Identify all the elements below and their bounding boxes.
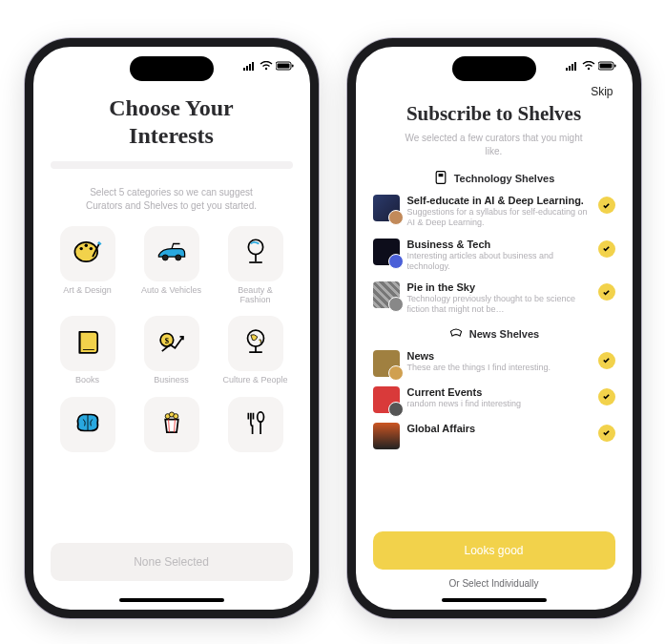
svg-text:$: $ (164, 336, 169, 345)
svg-point-26 (587, 68, 589, 70)
svg-rect-29 (614, 65, 616, 68)
looks-good-button[interactable]: Looks good (373, 531, 615, 570)
shelf-title: Self-educate in AI & Deep Learning. (407, 195, 591, 206)
svg-point-20 (173, 413, 177, 418)
notch (130, 56, 214, 81)
check-icon[interactable] (598, 425, 615, 442)
category-label: Auto & Vehicles (141, 285, 201, 295)
progress-bar (51, 161, 293, 169)
shelf-thumb (373, 423, 400, 449)
screen-left: Choose Your Interests Select 5 categorie… (33, 87, 310, 610)
category-grid: Art & Design Auto & Vehicles Beauty & Fa… (51, 226, 293, 456)
svg-point-11 (89, 246, 92, 249)
section-header-news: News Shelves (373, 325, 615, 343)
check-icon[interactable] (598, 197, 615, 214)
svg-rect-0 (243, 68, 245, 71)
wifi-icon (260, 61, 273, 73)
category-label: Beauty & Fashion (222, 285, 289, 305)
category-partial-food[interactable] (218, 397, 293, 456)
shelf-desc: These are the things I find interesting. (407, 363, 591, 373)
shelf-desc: Interesting articles about business and … (407, 251, 591, 273)
svg-rect-30 (436, 172, 446, 184)
shelf-title: Business & Tech (407, 239, 591, 250)
shelf-title: Pie in the Sky (407, 281, 591, 293)
svg-rect-24 (571, 64, 573, 71)
shelf-item[interactable]: Pie in the Sky Technology previously tho… (373, 281, 615, 316)
shelf-item[interactable]: Business & Tech Interesting articles abo… (373, 239, 615, 273)
notch (452, 56, 536, 81)
svg-rect-23 (569, 66, 571, 71)
category-label: Books (75, 375, 99, 384)
battery-icon (276, 61, 295, 73)
svg-rect-6 (277, 64, 289, 69)
page-title: Subscribe to Shelves (373, 102, 615, 126)
mirror-icon (239, 236, 272, 272)
shelves-news: News These are the things I find interes… (373, 350, 615, 449)
popcorn-icon (156, 406, 188, 443)
svg-point-9 (79, 246, 82, 249)
dollar-chart-icon: $ (156, 325, 188, 362)
fork-spoon-icon (239, 406, 272, 443)
tech-icon (433, 170, 448, 187)
page-title: Choose Your Interests (51, 94, 293, 150)
skip-button[interactable]: Skip (373, 87, 615, 98)
shelf-title: Current Events (407, 386, 591, 398)
svg-rect-1 (246, 66, 248, 71)
check-icon[interactable] (598, 240, 615, 258)
category-partial-popcorn[interactable] (135, 397, 209, 456)
car-icon (156, 236, 188, 272)
check-icon[interactable] (598, 388, 615, 405)
shelf-desc: random news i find interesting (407, 399, 591, 409)
shelf-thumb (373, 195, 400, 221)
svg-rect-25 (574, 62, 576, 71)
category-business[interactable]: $ Business (135, 316, 209, 384)
category-beauty-fashion[interactable]: Beauty & Fashion (218, 226, 293, 305)
phone-left: Choose Your Interests Select 5 categorie… (25, 38, 319, 618)
page-subtitle: We selected a few curators that you migh… (404, 132, 585, 158)
shelf-desc: Technology previously thought to be scie… (407, 294, 591, 316)
check-icon[interactable] (598, 283, 615, 301)
svg-point-21 (257, 412, 263, 422)
home-indicator (119, 598, 224, 602)
check-icon[interactable] (598, 352, 615, 369)
home-indicator (442, 598, 547, 602)
svg-point-13 (175, 255, 180, 260)
signal-icon (566, 61, 579, 73)
globe-icon (239, 325, 272, 362)
svg-point-4 (264, 68, 266, 70)
category-books[interactable]: Books (51, 316, 125, 384)
svg-rect-28 (599, 64, 612, 69)
svg-rect-2 (249, 64, 251, 71)
palette-icon (72, 236, 104, 272)
svg-rect-3 (252, 62, 254, 71)
screen-right: Skip Subscribe to Shelves We selected a … (356, 87, 633, 610)
svg-point-12 (162, 255, 168, 260)
book-icon (72, 325, 104, 362)
section-header-technology: Technology Shelves (373, 170, 615, 187)
shelves-tech: Self-educate in AI & Deep Learning. Sugg… (373, 195, 615, 316)
shelf-thumb (373, 281, 400, 308)
shelf-item[interactable]: News These are the things I find interes… (373, 350, 615, 377)
shelf-thumb (373, 239, 400, 265)
or-select-link[interactable]: Or Select Individually (356, 578, 633, 589)
shelf-thumb (373, 350, 400, 377)
category-partial-brain[interactable] (51, 397, 125, 456)
battery-icon (598, 61, 617, 73)
shelf-title: News (407, 350, 591, 362)
category-culture-people[interactable]: Culture & People (218, 316, 293, 384)
category-auto-vehicles[interactable]: Auto & Vehicles (135, 226, 209, 305)
brain-icon (72, 406, 104, 443)
shelf-title: Global Affairs (407, 423, 591, 434)
category-art-design[interactable]: Art & Design (51, 226, 125, 305)
shelf-desc: Suggestions for a syllabus for self-educ… (407, 207, 591, 229)
svg-rect-7 (292, 65, 294, 68)
page-subtitle: Select 5 categories so we can suggest Cu… (81, 186, 262, 213)
category-label: Art & Design (63, 285, 112, 295)
shelf-item[interactable]: Current Events random news i find intere… (373, 386, 615, 413)
none-selected-button[interactable]: None Selected (51, 543, 293, 581)
signal-icon (243, 61, 257, 73)
shelf-item[interactable]: Self-educate in AI & Deep Learning. Sugg… (373, 195, 615, 229)
category-label: Business (154, 375, 189, 384)
category-label: Culture & People (222, 375, 287, 384)
shelf-item[interactable]: Global Affairs (373, 423, 615, 449)
